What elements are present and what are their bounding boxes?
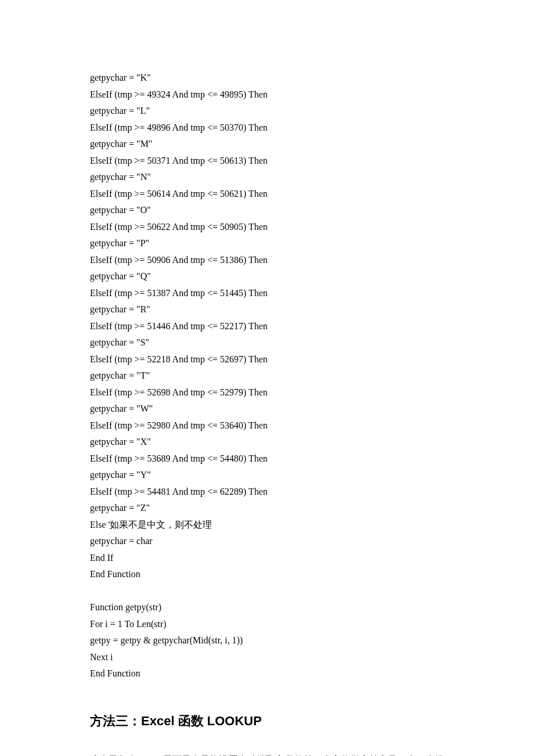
- code-line: getpychar = "P": [90, 235, 444, 252]
- code-line: Next i: [90, 649, 444, 666]
- code-line: ElseIf (tmp >= 50906 And tmp <= 51386) T…: [90, 252, 444, 269]
- code-line: getpychar = "O": [90, 202, 444, 219]
- code-line: ElseIf (tmp >= 49324 And tmp <= 49895) T…: [90, 87, 444, 103]
- code-line: getpychar = "Z": [90, 500, 444, 517]
- code-line: End Function: [90, 566, 444, 583]
- code-line: getpychar = "M": [90, 136, 444, 153]
- code-line: ElseIf (tmp >= 54481 And tmp <= 62289) T…: [90, 484, 444, 501]
- code-line: getpychar = "N": [90, 169, 444, 186]
- section-heading: 方法三：Excel 函数 LOOKUP: [90, 712, 444, 730]
- code-line: End If: [90, 550, 444, 567]
- code-line: ElseIf (tmp >= 51446 And tmp <= 52217) T…: [90, 318, 444, 335]
- blank-line: [90, 583, 444, 600]
- code-line: getpy = getpy & getpychar(Mid(str, i, 1)…: [90, 632, 444, 649]
- code-line: getpychar = "T": [90, 368, 444, 384]
- code-line: ElseIf (tmp >= 50614 And tmp <= 50621) T…: [90, 186, 444, 203]
- code-line: For i = 1 To Len(str): [90, 616, 444, 633]
- code-line: ElseIf (tmp >= 51387 And tmp <= 51445) T…: [90, 285, 444, 302]
- code-line: getpychar = "S": [90, 334, 444, 351]
- code-line: getpychar = "X": [90, 434, 444, 451]
- code-line: getpychar = "W": [90, 401, 444, 417]
- code-line: ElseIf (tmp >= 49896 And tmp <= 50370) T…: [90, 120, 444, 136]
- code-line: getpychar = char: [90, 533, 444, 550]
- code-line: ElseIf (tmp >= 50371 And tmp <= 50613) T…: [90, 153, 444, 170]
- code-line: getpychar = "K": [90, 70, 444, 87]
- code-line: ElseIf (tmp >= 52980 And tmp <= 53640) T…: [90, 417, 444, 434]
- code-line: getpychar = "Y": [90, 467, 444, 484]
- code-line: ElseIf (tmp >= 52218 And tmp <= 52697) T…: [90, 351, 444, 368]
- code-line: ElseIf (tmp >= 53689 And tmp <= 54480) T…: [90, 451, 444, 467]
- code-line: getpychar = "Q": [90, 268, 444, 285]
- document-page: getpychar = "K"ElseIf (tmp >= 49324 And …: [0, 0, 534, 756]
- code-block: getpychar = "K"ElseIf (tmp >= 49324 And …: [90, 70, 444, 682]
- code-line: getpychar = "R": [90, 301, 444, 318]
- code-line: ElseIf (tmp >= 52698 And tmp <= 52979) T…: [90, 384, 444, 401]
- code-line: getpychar = "L": [90, 103, 444, 120]
- code-line: Else '如果不是中文，则不处理: [90, 517, 444, 534]
- code-line: ElseIf (tmp >= 50622 And tmp <= 50905) T…: [90, 219, 444, 236]
- code-line: End Function: [90, 665, 444, 682]
- body-paragraph: 这个函数在 Excel 里面最多只能设置自动提取字段的前四个字的拼音首字母，多了…: [90, 752, 444, 757]
- code-line: Function getpy(str): [90, 599, 444, 616]
